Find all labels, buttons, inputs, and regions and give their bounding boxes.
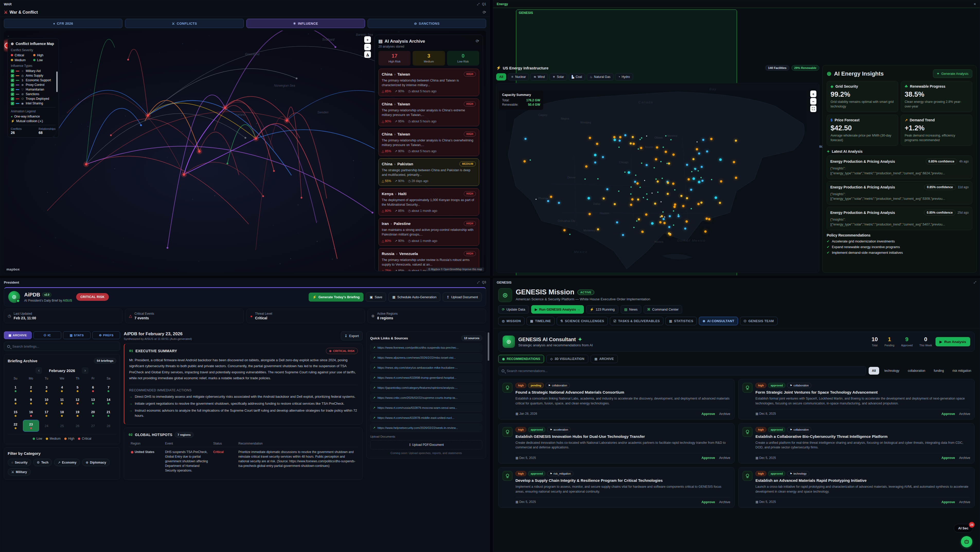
facility-marker[interactable]	[663, 218, 665, 220]
facility-marker[interactable]	[602, 156, 604, 158]
facility-marker[interactable]	[660, 216, 661, 217]
analysis-entry[interactable]: China›TaiwanHIGHThe primary relationship…	[379, 128, 479, 156]
archive-button[interactable]: Archive	[719, 456, 730, 460]
facility-marker[interactable]	[618, 146, 620, 148]
run-genesis-analysis-button[interactable]: ▶Run GENESIS Analysis →	[531, 305, 584, 314]
facility-marker[interactable]	[530, 159, 531, 161]
export-button[interactable]: ↧Export	[341, 332, 363, 340]
influence-type-item[interactable]: ✓◉Intel Sharing	[11, 102, 56, 105]
facility-marker[interactable]	[694, 168, 695, 169]
calendar-day[interactable]: 9	[23, 395, 38, 407]
facility-marker[interactable]	[660, 161, 662, 162]
facility-marker[interactable]	[662, 211, 663, 213]
compass-button[interactable]: ◮	[364, 51, 371, 58]
war-tab-sanctions[interactable]: ⊘SANCTIONS	[368, 19, 486, 28]
facility-marker[interactable]	[704, 230, 706, 233]
calendar-day[interactable]: 27	[85, 420, 100, 431]
calendar-day[interactable]: 28	[101, 420, 116, 431]
analysis-entry[interactable]: China›TaiwanHIGHThe primary relationship…	[379, 98, 479, 126]
schedule-button[interactable]: ▦Schedule Auto-Generation	[388, 293, 441, 301]
calendar-day[interactable]: 6	[85, 383, 100, 394]
facility-marker[interactable]	[603, 197, 605, 200]
calendar-day[interactable]: 26	[70, 420, 85, 431]
calendar-day[interactable]: 23	[23, 420, 38, 431]
table-row[interactable]: ◉United States DHS suspends TSA PreCheck…	[129, 447, 358, 476]
source-link[interactable]: ↗https://www.helpnetsecurity.com/2026/02…	[370, 424, 482, 432]
filter-funding[interactable]: funding	[931, 367, 947, 374]
filter-chip-all[interactable]: All	[496, 73, 506, 81]
influence-type-item[interactable]: ✓♡Humanitarian	[11, 88, 56, 91]
facility-marker[interactable]	[719, 159, 722, 161]
tab-genesis-team[interactable]: ⚇GENESIS TEAM	[740, 317, 778, 325]
recommendation-card[interactable]: highapproved⚑collaborationForm Strategic…	[738, 379, 975, 420]
filter-risk-mitigation[interactable]: risk mitigation	[949, 367, 975, 374]
calendar-day[interactable]: 13	[85, 395, 100, 407]
facility-marker[interactable]	[667, 193, 669, 195]
calendar-day[interactable]: 14	[101, 395, 116, 407]
facility-marker[interactable]	[696, 148, 698, 151]
filter-chip-solar[interactable]: ☀Solar	[549, 73, 567, 81]
facility-marker[interactable]	[589, 137, 591, 139]
subtab-archive[interactable]: ▤ARCHIVE	[590, 355, 618, 363]
war-tab-influence[interactable]: ✳INFLUENCE	[247, 19, 365, 28]
archive-button[interactable]: Archive	[959, 500, 970, 504]
calendar-day[interactable]: 3	[39, 383, 54, 394]
tab-statistics[interactable]: ▥STATISTICS	[665, 317, 697, 325]
facility-marker[interactable]	[670, 233, 671, 234]
facility-marker[interactable]	[643, 197, 644, 198]
recommendation-card[interactable]: highpending⚑collaborationFound a Strateg…	[498, 379, 735, 420]
facility-marker[interactable]	[589, 213, 591, 215]
influence-type-item[interactable]: ✓$Economic Support	[11, 78, 56, 82]
category-chip-tech[interactable]: ⚙Tech	[33, 459, 52, 466]
recommendation-card[interactable]: highapproved⚑technologyEstablish an Adva…	[738, 467, 975, 508]
filter-chip-wind[interactable]: ≋Wind	[530, 73, 547, 81]
facility-marker[interactable]	[664, 216, 665, 217]
archive-button[interactable]: Archive	[719, 412, 730, 416]
generate-briefing-button[interactable]: ⚡Generate Today's Briefing	[309, 293, 364, 301]
ai-chat-fab[interactable]	[961, 536, 972, 547]
archive-button[interactable]: Archive	[959, 456, 970, 460]
tab-tasks-deliverables[interactable]: ☑TASKS & DELIVERABLES	[610, 317, 663, 325]
facility-marker[interactable]	[624, 171, 625, 173]
tab-archive[interactable]: ▦ARCHIVE	[4, 332, 32, 339]
facility-marker[interactable]	[584, 178, 586, 180]
filter-technology[interactable]: technology	[881, 367, 902, 374]
facility-marker[interactable]	[619, 136, 621, 138]
checkbox-checked-icon[interactable]: ✓	[11, 102, 14, 105]
tab-ic[interactable]: ⚇IC	[33, 332, 61, 339]
update-data-button[interactable]: ⟳Update Data	[498, 305, 529, 314]
checkbox-checked-icon[interactable]: ✓	[11, 88, 14, 91]
analysis-item[interactable]: Energy Production & Pricing Analysis0.85…	[827, 155, 972, 179]
expand-icon[interactable]: ⤢	[477, 2, 479, 6]
checkbox-checked-icon[interactable]: ✓	[11, 70, 14, 73]
subtab-3d-visualization[interactable]: ◇3D VISUALIZATION	[546, 355, 588, 363]
filter-chip-nuclear[interactable]: ⚛Nuclear	[508, 73, 529, 81]
facility-marker[interactable]	[674, 189, 675, 190]
facility-marker[interactable]	[674, 203, 676, 206]
filter-collaboration[interactable]: collaboration	[904, 367, 929, 374]
command-center-button[interactable]: ⌘Command Center	[644, 305, 682, 314]
source-link[interactable]: ↗https://www.foxnews.com/politics/dhs-su…	[370, 344, 482, 352]
source-link[interactable]: ↗https://www.aljazeera.com/news/2026/2/2…	[370, 354, 482, 362]
ai-secretary-pill[interactable]: AI Sec23	[954, 524, 973, 533]
facility-marker[interactable]	[646, 164, 648, 166]
calendar-day[interactable]: 7	[101, 383, 116, 394]
archive-button[interactable]: Archive	[719, 500, 730, 504]
category-chip-economy[interactable]: ↗Economy	[54, 459, 80, 466]
recommendation-card[interactable]: highapproved⚑risk_mitigationDevelop a Su…	[498, 467, 735, 508]
analysis-entry[interactable]: China›PakistanMEDIUMThe strategic partne…	[379, 159, 479, 186]
checkbox-checked-icon[interactable]: ✓	[11, 74, 14, 78]
facility-marker[interactable]	[719, 202, 721, 204]
scrollbar[interactable]	[488, 332, 489, 361]
facility-marker[interactable]	[525, 138, 527, 140]
facility-marker[interactable]	[594, 154, 597, 156]
analysis-item[interactable]: Energy Production & Pricing Analysis0.85…	[827, 207, 972, 230]
filter-chip-coal[interactable]: ▙Coal	[569, 73, 585, 81]
facility-marker[interactable]	[619, 140, 620, 142]
category-chip-security[interactable]: ○Security	[8, 459, 31, 466]
search-recommendations-input[interactable]: Search recommendations...	[498, 366, 866, 375]
zoom-in-button[interactable]: +	[810, 90, 816, 97]
subtab-recommendations[interactable]: ◉RECOMMENDATIONS	[498, 355, 544, 363]
checkbox-checked-icon[interactable]: ✓	[11, 83, 14, 87]
approve-button[interactable]: Approve	[702, 456, 715, 460]
